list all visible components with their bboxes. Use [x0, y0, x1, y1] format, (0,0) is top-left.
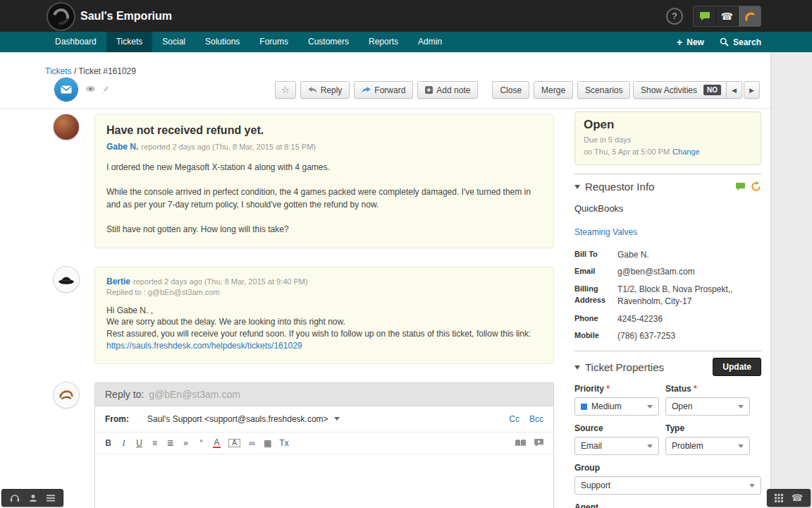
author-link[interactable]: Gabe N. — [106, 142, 138, 152]
update-button[interactable]: Update — [713, 358, 761, 376]
next-ticket-button[interactable]: ▶ — [744, 81, 760, 99]
phone-icon[interactable]: ☎ — [792, 493, 803, 502]
group-select[interactable]: Support — [574, 476, 761, 495]
text-color-icon[interactable]: A — [213, 438, 221, 448]
field-label: Email — [574, 266, 611, 278]
close-label: Close — [500, 85, 522, 95]
underline-icon[interactable]: U — [135, 439, 143, 447]
insert-solution-icon[interactable] — [534, 438, 544, 447]
requestor-fields: Bill To Gabe N. Email g@ben@st3am.com Bi… — [574, 249, 761, 342]
highlight-icon[interactable]: A — [228, 439, 240, 447]
add-note-button[interactable]: Add note — [417, 81, 478, 99]
star-button[interactable]: ☆ — [275, 81, 296, 99]
contacts-icon[interactable] — [29, 494, 37, 502]
blockquote-icon[interactable]: “ — [197, 439, 205, 447]
reply-editor: Reply to: g@bEn@st3am.com From: Saul's S… — [54, 382, 555, 508]
status-label: Status — [665, 384, 750, 394]
show-activities-button[interactable]: Show Activities NO — [633, 81, 729, 99]
editor-area[interactable] — [95, 454, 553, 508]
ticket-properties-header[interactable]: Ticket Properties Update — [574, 358, 761, 376]
replied-to: Replied to : g@bEn@st3am.com — [106, 288, 542, 296]
toolbar-divider — [0, 108, 812, 109]
nav-reports[interactable]: Reports — [359, 32, 408, 52]
collapse-triangle-icon — [574, 185, 580, 192]
ticket-subject: Have not received refund yet. — [106, 124, 542, 137]
nav-dashboard[interactable]: Dashboard — [45, 32, 106, 52]
headset-icon[interactable] — [10, 494, 20, 502]
canned-response-icon[interactable] — [515, 439, 527, 447]
image-icon[interactable]: ▦ — [264, 439, 271, 447]
phone-status-icon[interactable]: ☎ — [716, 6, 739, 26]
pencil-icon[interactable] — [101, 85, 109, 94]
forward-icon — [362, 87, 371, 93]
type-select[interactable]: Problem — [665, 437, 750, 455]
source-select[interactable]: Email — [574, 437, 659, 455]
chat-icon[interactable] — [735, 182, 746, 191]
collapse-triangle-icon — [574, 365, 580, 373]
new-button[interactable]: New — [677, 37, 704, 48]
app-window: Saul's Emporium ☎ Dashboard Tickets Soci… — [0, 0, 812, 508]
bcc-link[interactable]: Bcc — [529, 414, 543, 424]
priority-select[interactable]: Medium — [574, 397, 659, 416]
avatar[interactable] — [54, 382, 79, 408]
forward-button[interactable]: Forward — [354, 81, 413, 99]
requestor-company-link[interactable]: Steaming Valves — [574, 227, 761, 237]
message-item: Bertiereported 2 days ago (Thu, 8 Mar, 2… — [54, 267, 555, 364]
from-select[interactable]: Saul's Support <support@sauls.freshdesk.… — [147, 414, 340, 424]
indent-icon[interactable]: » — [182, 439, 190, 447]
recent-activity-icon[interactable] — [751, 181, 761, 192]
numbered-list-icon[interactable]: ≣ — [166, 439, 174, 447]
requestor-header[interactable]: Requestor Info — [574, 181, 761, 193]
agent-avatar-image — [56, 385, 77, 406]
author-link[interactable]: Bertie — [106, 277, 130, 286]
bullet-list-icon[interactable]: ≡ — [151, 439, 159, 447]
prev-ticket-button[interactable]: ◀ — [726, 81, 742, 99]
cc-link[interactable]: Cc — [509, 414, 519, 424]
message-line: We are sorry about the delay. We are loo… — [106, 316, 542, 328]
italic-icon[interactable]: I — [120, 439, 128, 447]
ticket-link[interactable]: https://sauls.freshdesk.com/helpdesk/tic… — [106, 341, 302, 351]
nav-tickets[interactable]: Tickets — [106, 32, 153, 52]
nav-customers[interactable]: Customers — [298, 32, 359, 52]
ticket-action-buttons: ☆ Reply Forward Add note Close Merge Sce… — [275, 81, 679, 99]
avatar[interactable] — [54, 114, 79, 140]
chevron-left-icon: ◀ — [732, 87, 737, 94]
change-due-link[interactable]: Change — [672, 147, 700, 156]
logo-swirl-icon — [50, 6, 72, 28]
nav-forums[interactable]: Forums — [250, 32, 298, 52]
nav-solutions[interactable]: Solutions — [195, 32, 250, 52]
eye-icon[interactable] — [85, 85, 96, 94]
close-button[interactable]: Close — [492, 81, 529, 99]
bold-icon[interactable]: B — [104, 439, 112, 447]
from-label: From: — [105, 414, 129, 424]
status-value: Open — [672, 401, 692, 411]
email-source-icon[interactable] — [55, 78, 78, 101]
reply-button[interactable]: Reply — [300, 81, 350, 99]
clear-format-icon[interactable]: Tx — [279, 439, 288, 447]
link-icon[interactable]: ∞ — [248, 439, 256, 447]
scenarios-button[interactable]: Scenarios — [577, 81, 630, 99]
message-item: Have not received refund yet. Gabe N.rep… — [54, 114, 555, 248]
nav-admin[interactable]: Admin — [408, 32, 452, 52]
chevron-down-icon — [749, 484, 755, 490]
avatar[interactable] — [54, 267, 79, 292]
merge-label: Merge — [541, 85, 565, 95]
grid-icon[interactable] — [775, 494, 783, 502]
field-label: Bill To — [574, 249, 611, 261]
breadcrumb-tickets-link[interactable]: Tickets — [45, 66, 72, 76]
status-select[interactable]: Open — [665, 397, 750, 416]
field-value: (786) 637-7253 — [617, 330, 761, 342]
nav-social[interactable]: Social — [152, 32, 195, 52]
menu-icon[interactable] — [47, 495, 55, 502]
search-button[interactable]: Search — [720, 37, 761, 47]
group-value: Support — [581, 480, 610, 490]
headset-status-icon[interactable] — [739, 6, 761, 26]
merge-button[interactable]: Merge — [534, 81, 573, 99]
field-value: T1/2, Block B, Nova Prospekt,, Ravenholm… — [617, 284, 761, 308]
scenarios-label: Scenarios — [585, 85, 622, 95]
help-icon[interactable] — [666, 8, 683, 25]
ticket-properties-section: Ticket Properties Update Priority Medium… — [574, 351, 761, 508]
app-logo[interactable] — [47, 2, 75, 31]
priority-label: Priority — [574, 384, 659, 394]
chat-status-icon[interactable] — [694, 6, 716, 26]
